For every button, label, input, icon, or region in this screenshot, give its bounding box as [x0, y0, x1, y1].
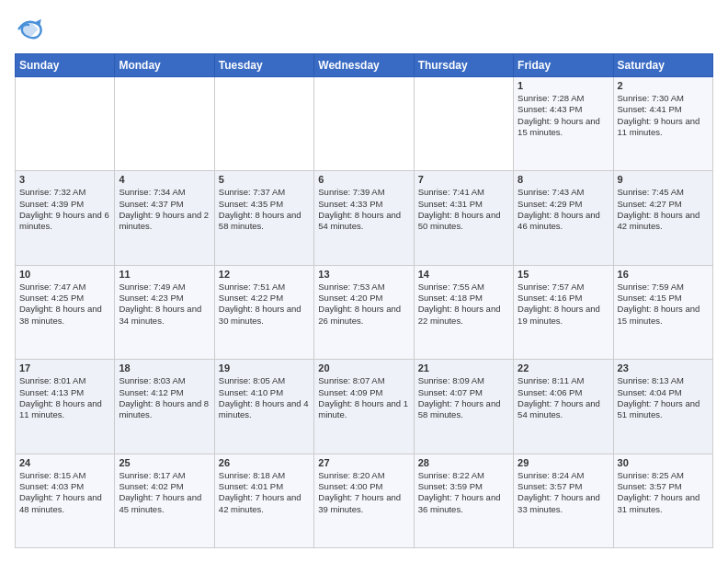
weekday-header: Monday [115, 54, 214, 77]
calendar-week: 1Sunrise: 7:28 AMSunset: 4:43 PMDaylight… [16, 77, 713, 171]
day-info: Sunset: 4:41 PM [618, 104, 709, 115]
weekday-header: Tuesday [214, 54, 313, 77]
day-info: Daylight: 8 hours and 15 minutes. [618, 304, 709, 327]
day-info: Daylight: 7 hours and 36 minutes. [418, 492, 509, 515]
page: SundayMondayTuesdayWednesdayThursdayFrid… [0, 0, 728, 563]
day-number: 7 [418, 174, 509, 185]
day-info: Sunset: 4:09 PM [318, 387, 409, 398]
day-info: Sunset: 4:10 PM [219, 387, 310, 398]
day-info: Sunrise: 8:22 AM [418, 470, 509, 481]
header [15, 15, 713, 44]
day-info: Daylight: 8 hours and 38 minutes. [19, 304, 110, 327]
day-number: 1 [518, 80, 609, 91]
day-info: Sunset: 4:37 PM [119, 199, 210, 210]
day-info: Sunset: 4:27 PM [618, 199, 709, 210]
day-info: Daylight: 8 hours and 26 minutes. [318, 304, 409, 327]
calendar-cell: 7Sunrise: 7:41 AMSunset: 4:31 PMDaylight… [414, 171, 513, 265]
calendar-cell: 10Sunrise: 7:47 AMSunset: 4:25 PMDayligh… [16, 265, 115, 359]
calendar-cell: 6Sunrise: 7:39 AMSunset: 4:33 PMDaylight… [314, 171, 414, 265]
day-info: Sunset: 4:25 PM [19, 293, 110, 304]
logo [15, 15, 48, 44]
day-info: Daylight: 8 hours and 30 minutes. [219, 304, 310, 327]
day-number: 25 [119, 457, 210, 468]
calendar-cell: 20Sunrise: 8:07 AMSunset: 4:09 PMDayligh… [314, 360, 414, 454]
calendar-cell: 26Sunrise: 8:18 AMSunset: 4:01 PMDayligh… [214, 454, 313, 547]
day-info: Sunset: 3:57 PM [518, 481, 609, 492]
day-info: Daylight: 7 hours and 58 minutes. [418, 398, 509, 421]
day-info: Sunrise: 7:51 AM [219, 282, 310, 293]
day-info: Sunset: 4:33 PM [318, 199, 409, 210]
day-info: Sunrise: 7:43 AM [518, 187, 609, 198]
day-number: 8 [518, 174, 609, 185]
day-info: Sunset: 4:02 PM [119, 481, 210, 492]
calendar-cell [115, 77, 214, 171]
calendar-cell [214, 77, 313, 171]
day-info: Sunrise: 8:05 AM [219, 375, 310, 386]
calendar-cell: 5Sunrise: 7:37 AMSunset: 4:35 PMDaylight… [214, 171, 313, 265]
calendar-body: 1Sunrise: 7:28 AMSunset: 4:43 PMDaylight… [16, 77, 713, 548]
calendar-cell: 11Sunrise: 7:49 AMSunset: 4:23 PMDayligh… [115, 265, 214, 359]
calendar-cell: 25Sunrise: 8:17 AMSunset: 4:02 PMDayligh… [115, 454, 214, 547]
day-info: Daylight: 8 hours and 11 minutes. [19, 398, 110, 421]
day-info: Sunrise: 7:57 AM [518, 282, 609, 293]
day-info: Sunrise: 7:59 AM [618, 282, 709, 293]
day-info: Daylight: 8 hours and 22 minutes. [418, 304, 509, 327]
day-info: Sunrise: 7:32 AM [19, 187, 110, 198]
day-number: 10 [19, 269, 110, 280]
day-info: Daylight: 7 hours and 33 minutes. [518, 492, 609, 515]
day-info: Daylight: 7 hours and 45 minutes. [119, 492, 210, 515]
logo-icon [15, 15, 44, 44]
weekday-header: Sunday [16, 54, 115, 77]
calendar-cell: 4Sunrise: 7:34 AMSunset: 4:37 PMDaylight… [115, 171, 214, 265]
day-number: 16 [618, 269, 709, 280]
day-info: Sunset: 4:29 PM [518, 199, 609, 210]
day-info: Sunset: 3:57 PM [618, 481, 709, 492]
day-info: Sunrise: 8:17 AM [119, 470, 210, 481]
day-info: Daylight: 8 hours and 46 minutes. [518, 210, 609, 233]
weekday-header: Thursday [414, 54, 513, 77]
calendar-cell: 1Sunrise: 7:28 AMSunset: 4:43 PMDaylight… [514, 77, 613, 171]
calendar-cell: 14Sunrise: 7:55 AMSunset: 4:18 PMDayligh… [414, 265, 513, 359]
day-info: Daylight: 9 hours and 15 minutes. [518, 116, 609, 139]
calendar-week: 3Sunrise: 7:32 AMSunset: 4:39 PMDaylight… [16, 171, 713, 265]
day-info: Sunrise: 7:55 AM [418, 282, 509, 293]
day-info: Sunset: 4:07 PM [418, 387, 509, 398]
day-info: Sunrise: 7:53 AM [318, 282, 409, 293]
day-info: Sunrise: 7:34 AM [119, 187, 210, 198]
day-number: 29 [518, 457, 609, 468]
day-number: 14 [418, 269, 509, 280]
day-number: 20 [318, 362, 409, 373]
day-info: Sunrise: 8:09 AM [418, 375, 509, 386]
day-info: Sunrise: 7:28 AM [518, 93, 609, 104]
calendar-cell: 18Sunrise: 8:03 AMSunset: 4:12 PMDayligh… [115, 360, 214, 454]
day-info: Sunset: 4:31 PM [418, 199, 509, 210]
day-info: Sunset: 4:06 PM [518, 387, 609, 398]
day-number: 22 [518, 362, 609, 373]
day-number: 28 [418, 457, 509, 468]
day-info: Daylight: 9 hours and 2 minutes. [119, 210, 210, 233]
calendar-week: 17Sunrise: 8:01 AMSunset: 4:13 PMDayligh… [16, 360, 713, 454]
day-info: Sunset: 4:15 PM [618, 293, 709, 304]
day-info: Daylight: 7 hours and 54 minutes. [518, 398, 609, 421]
day-info: Sunset: 4:20 PM [318, 293, 409, 304]
day-info: Sunset: 4:00 PM [318, 481, 409, 492]
day-info: Sunset: 4:18 PM [418, 293, 509, 304]
calendar-cell: 15Sunrise: 7:57 AMSunset: 4:16 PMDayligh… [514, 265, 613, 359]
calendar-cell: 22Sunrise: 8:11 AMSunset: 4:06 PMDayligh… [514, 360, 613, 454]
day-info: Daylight: 8 hours and 50 minutes. [418, 210, 509, 233]
calendar-cell: 17Sunrise: 8:01 AMSunset: 4:13 PMDayligh… [16, 360, 115, 454]
day-info: Sunset: 3:59 PM [418, 481, 509, 492]
day-info: Sunset: 4:04 PM [618, 387, 709, 398]
calendar-cell: 19Sunrise: 8:05 AMSunset: 4:10 PMDayligh… [214, 360, 313, 454]
day-number: 12 [219, 269, 310, 280]
calendar-cell: 23Sunrise: 8:13 AMSunset: 4:04 PMDayligh… [613, 360, 712, 454]
calendar-cell: 9Sunrise: 7:45 AMSunset: 4:27 PMDaylight… [613, 171, 712, 265]
day-info: Sunrise: 7:39 AM [318, 187, 409, 198]
day-number: 27 [318, 457, 409, 468]
day-info: Sunset: 4:22 PM [219, 293, 310, 304]
day-number: 30 [618, 457, 709, 468]
day-info: Sunset: 4:13 PM [19, 387, 110, 398]
calendar-cell: 13Sunrise: 7:53 AMSunset: 4:20 PMDayligh… [314, 265, 414, 359]
day-number: 23 [618, 362, 709, 373]
day-info: Sunrise: 7:30 AM [618, 93, 709, 104]
